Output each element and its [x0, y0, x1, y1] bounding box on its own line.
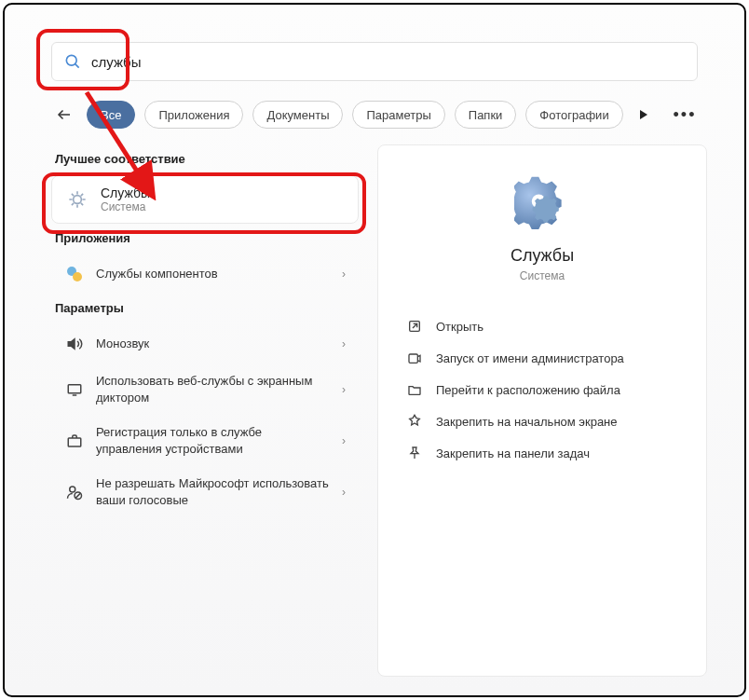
settings-result-item[interactable]: Регистрация только в службе управления у…	[51, 415, 359, 466]
svg-rect-18	[68, 438, 81, 446]
action-run-as-admin[interactable]: Запуск от имени администратора	[397, 342, 688, 374]
detail-subtitle: Система	[520, 269, 565, 282]
back-button[interactable]	[51, 102, 77, 128]
filter-chip-all[interactable]: Все	[87, 101, 135, 129]
action-open[interactable]: Открыть	[397, 310, 688, 342]
filter-chip-photos[interactable]: Фотографии	[525, 101, 622, 129]
action-pin-taskbar[interactable]: Закрепить на панели задач	[397, 437, 688, 469]
folder-icon	[406, 381, 423, 398]
svg-line-1	[75, 64, 79, 68]
search-icon	[63, 52, 82, 71]
svg-point-14	[73, 272, 82, 281]
svg-marker-15	[68, 339, 75, 350]
settings-result-label: Регистрация только в службе управления у…	[96, 424, 331, 457]
pin-icon	[406, 445, 423, 461]
shield-icon	[406, 350, 423, 366]
detail-pane: Службы Система Открыть Запуск от имени а…	[377, 144, 707, 677]
chevron-right-icon: ›	[342, 383, 346, 396]
speaker-icon	[64, 334, 85, 354]
settings-result-label: Использовать веб-службы с экранным дикто…	[96, 373, 331, 405]
svg-line-12	[81, 194, 83, 196]
settings-result-label: Не разрешать Майкрософт использовать ваш…	[96, 475, 331, 508]
filter-more-button[interactable]	[633, 110, 655, 119]
detail-title: Службы	[511, 246, 574, 266]
filter-row: Все Приложения Документы Параметры Папки…	[51, 98, 698, 131]
svg-point-0	[66, 55, 76, 65]
chevron-right-icon: ›	[342, 486, 346, 499]
action-open-file-location[interactable]: Перейти к расположению файла	[397, 374, 688, 405]
svg-line-21	[75, 493, 80, 498]
services-gear-icon	[65, 187, 89, 212]
services-large-gear-icon	[514, 173, 570, 229]
search-input[interactable]	[91, 54, 686, 70]
filter-chip-documents[interactable]: Документы	[252, 101, 343, 129]
action-label: Закрепить на панели задач	[436, 446, 590, 460]
component-services-icon	[64, 264, 85, 284]
filter-chip-settings[interactable]: Параметры	[352, 101, 444, 129]
play-icon	[639, 110, 648, 119]
start-search-panel: Все Приложения Документы Параметры Папки…	[3, 3, 746, 697]
chevron-right-icon: ›	[342, 337, 346, 350]
pin-icon	[406, 413, 423, 430]
svg-marker-3	[640, 110, 647, 119]
best-match-result[interactable]: Службы Система	[51, 175, 359, 224]
display-icon	[64, 379, 85, 400]
svg-point-19	[70, 487, 75, 492]
settings-result-label: Монозвук	[96, 336, 331, 352]
section-title-best-match: Лучшее соответствие	[51, 144, 359, 175]
arrow-left-icon	[56, 106, 73, 123]
action-label: Закрепить на начальном экране	[436, 415, 618, 429]
action-label: Запуск от имени администратора	[436, 351, 624, 365]
section-title-apps: Приложения	[51, 224, 359, 254]
svg-line-11	[72, 203, 74, 205]
best-match-title: Службы	[101, 185, 150, 200]
svg-rect-16	[68, 384, 81, 392]
svg-rect-25	[409, 354, 417, 363]
person-block-icon	[64, 482, 85, 502]
settings-result-item[interactable]: Монозвук ›	[51, 324, 359, 364]
app-result-label: Службы компонентов	[96, 266, 331, 282]
filter-chip-folders[interactable]: Папки	[455, 101, 517, 129]
open-icon	[406, 318, 423, 335]
app-result-item[interactable]: Службы компонентов ›	[51, 254, 359, 294]
action-label: Открыть	[436, 320, 483, 334]
chevron-right-icon: ›	[342, 268, 346, 281]
chevron-right-icon: ›	[342, 434, 346, 447]
svg-point-4	[74, 196, 82, 204]
svg-line-24	[413, 323, 417, 328]
settings-result-item[interactable]: Не разрешать Майкрософт использовать ваш…	[51, 466, 359, 517]
search-bar[interactable]	[51, 42, 698, 81]
svg-line-9	[72, 194, 74, 196]
action-label: Перейти к расположению файла	[436, 383, 620, 397]
filter-chip-apps[interactable]: Приложения	[144, 101, 243, 129]
svg-line-10	[81, 203, 83, 205]
section-title-settings: Параметры	[51, 294, 359, 324]
action-pin-start[interactable]: Закрепить на начальном экране	[397, 405, 688, 437]
best-match-subtitle: Система	[101, 200, 150, 213]
results-column: Лучшее соответствие Службы Система Пр	[51, 144, 359, 677]
overflow-menu-button[interactable]: •••	[672, 105, 698, 125]
briefcase-icon	[64, 431, 85, 451]
settings-result-item[interactable]: Использовать веб-службы с экранным дикто…	[51, 364, 359, 415]
